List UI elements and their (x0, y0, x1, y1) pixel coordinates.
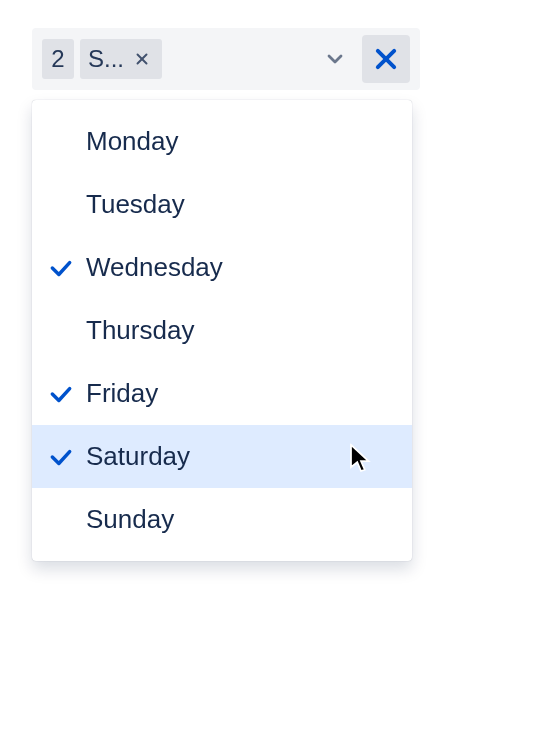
option-label: Wednesday (86, 252, 396, 283)
chip-remove-icon[interactable] (130, 47, 154, 71)
selected-chip[interactable]: S... (80, 39, 162, 79)
multi-select: 2 S... (32, 28, 420, 561)
option-label: Sunday (86, 504, 396, 535)
clear-all-button[interactable] (362, 35, 410, 83)
option-label: Saturday (86, 441, 396, 472)
check-icon (48, 444, 74, 470)
check-slot (48, 381, 86, 407)
dropdown-menu: Monday Tuesday Wednesday Thursday (32, 100, 412, 561)
option-wednesday[interactable]: Wednesday (32, 236, 412, 299)
option-label: Thursday (86, 315, 396, 346)
overflow-count: 2 (51, 45, 64, 73)
overflow-count-chip[interactable]: 2 (42, 39, 74, 79)
check-slot (48, 444, 86, 470)
selected-chips-area: 2 S... (42, 39, 314, 79)
option-label: Friday (86, 378, 396, 409)
chip-label: S... (88, 45, 124, 73)
select-controls (314, 35, 410, 83)
check-icon (48, 381, 74, 407)
option-tuesday[interactable]: Tuesday (32, 173, 412, 236)
option-monday[interactable]: Monday (32, 110, 412, 173)
check-icon (48, 255, 74, 281)
check-slot (48, 255, 86, 281)
option-saturday[interactable]: Saturday (32, 425, 412, 488)
select-control[interactable]: 2 S... (32, 28, 420, 90)
option-sunday[interactable]: Sunday (32, 488, 412, 551)
option-friday[interactable]: Friday (32, 362, 412, 425)
option-thursday[interactable]: Thursday (32, 299, 412, 362)
chevron-down-icon[interactable] (314, 38, 356, 80)
option-label: Monday (86, 126, 396, 157)
option-label: Tuesday (86, 189, 396, 220)
